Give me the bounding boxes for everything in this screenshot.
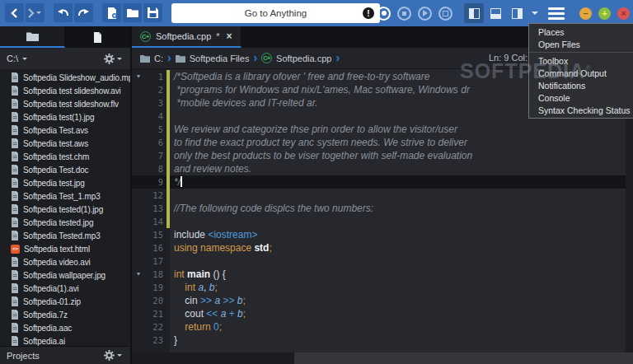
path-caret-icon (22, 58, 27, 60)
document-file-icon (11, 257, 19, 267)
play-macro-button[interactable] (418, 7, 432, 21)
back-button[interactable] (5, 3, 24, 22)
horizontal-scrollbar-thumb[interactable] (132, 352, 294, 364)
code-line-9[interactable]: 9*/ (132, 175, 633, 189)
fold-arrow-icon[interactable]: ▼ (132, 70, 145, 83)
menu-item-open-files[interactable]: Open Files (529, 38, 633, 50)
file-item-softpedia-slideshow-audio-mp3[interactable]: Softpedia Slideshow_audio.mp3 (0, 71, 130, 84)
file-item-softpedia-wallpaper-jpg[interactable]: Softpedia wallpaper.jpg (0, 268, 130, 282)
code-text: //The following code displcs the two num… (170, 202, 373, 215)
line-number: 17 (145, 254, 166, 268)
code-line-22[interactable]: 22 return 0; (132, 320, 633, 334)
breadcrumb-item-softpedia-cpp[interactable]: Softpedia.cpp (276, 54, 331, 63)
file-item-softpedia-test-chm[interactable]: Softpedia test.chm (0, 150, 130, 163)
file-item-softpedia-test-jpg[interactable]: Softpedia test.jpg (0, 176, 130, 189)
code-line-19[interactable]: 19 int a, b; (132, 281, 633, 294)
menu-item-command-output[interactable]: Command Output (529, 67, 633, 79)
go-to-anything-input[interactable]: Go to Anything ! (171, 3, 380, 23)
code-line-17[interactable]: 17 (132, 254, 633, 268)
plus-button[interactable]: + (598, 7, 611, 20)
projects-section-header[interactable]: Projects (0, 346, 130, 364)
gear-icon[interactable] (104, 54, 115, 64)
file-item-softpedia-01-zip[interactable]: Softpedia-01.zip (0, 295, 130, 308)
file-item-softpedia-test-avs[interactable]: Softpedia Test.avs (0, 124, 130, 137)
forward-button[interactable] (26, 3, 45, 22)
line-number: 1 (145, 70, 166, 83)
file-item-softpedia-tested-1-jpg[interactable]: Softpedia tested(1).jpg (0, 203, 130, 216)
stop-macro-button[interactable] (397, 7, 411, 21)
code-line-16[interactable]: 16using namespace std; (132, 241, 633, 254)
code-text: *mobile devices and IT-relted ar. (170, 96, 318, 110)
places-path-header[interactable]: C:\ (0, 48, 130, 69)
code-text: cin >> a >> b; (170, 294, 246, 307)
new-file-button[interactable] (102, 3, 121, 22)
chevron-right-icon: › (335, 52, 340, 63)
fold-arrow-icon[interactable]: ▼ (132, 268, 145, 281)
code-line-18[interactable]: ▼18int main () { (132, 268, 633, 281)
file-item-softpedia-test-slideshow-avi[interactable]: Softpedia test slideshow.avi (0, 84, 130, 97)
code-line-23[interactable]: 23} (132, 334, 633, 347)
save-button[interactable] (143, 3, 162, 22)
file-item-softpedia-ai[interactable]: Softpedia.ai (0, 334, 130, 346)
menu-item-syntax-checking-status[interactable]: Syntax Checking Status (529, 104, 633, 116)
file-item-softpedia-aac[interactable]: Softpedia.aac (0, 321, 130, 334)
file-name: Softpedia test slideshow.avi (23, 86, 121, 96)
file-item-softpedia-test-slideshow-flv[interactable]: Softpedia test slideshow.flv (0, 97, 130, 110)
tab-places[interactable] (0, 26, 65, 48)
toggle-right-panel-button[interactable] (507, 3, 527, 23)
code-line-7[interactable]: 7only the best products to be viser toge… (132, 149, 633, 162)
tab-open-files[interactable] (65, 26, 130, 48)
file-item-softpedia-7z[interactable]: Softpedia.7z (0, 308, 130, 321)
redo-button[interactable] (74, 3, 93, 22)
breadcrumb-item-softpedia-files[interactable]: Softpedia Files (190, 54, 250, 63)
code-line-13[interactable]: 13//The following code displcs the two n… (132, 202, 633, 215)
code-text: We review and categorize thse prin order… (170, 123, 457, 136)
search-info-icon[interactable]: ! (363, 7, 374, 19)
toggle-left-panel-button[interactable] (464, 3, 484, 23)
code-line-20[interactable]: 20 cin >> a >> b; (132, 294, 633, 307)
record-macro-button[interactable] (377, 7, 391, 21)
file-name: Softpedia tested(1).jpg (23, 205, 103, 214)
close-tab-icon[interactable]: × (227, 30, 232, 42)
file-name: Softpedia Tested.mp3 (23, 231, 101, 240)
document-file-icon (11, 323, 19, 333)
menu-item-notifications[interactable]: Notifications (529, 79, 633, 91)
hamburger-menu-button[interactable] (548, 7, 565, 20)
code-line-15[interactable]: 15include <iostream> (132, 228, 633, 241)
code-line-21[interactable]: 21 cout << a + b; (132, 307, 633, 320)
file-item-softpedia-1-avi[interactable]: Softpedia(1).avi (0, 282, 130, 295)
code-line-14[interactable]: 14 (132, 215, 633, 228)
save-macro-button[interactable] (438, 7, 452, 21)
menu-item-places[interactable]: Places (529, 26, 633, 38)
file-item-softpedia-text-html[interactable]: <>Softpedia text.html (0, 242, 130, 255)
open-folder-button[interactable] (123, 3, 142, 22)
code-line-8[interactable]: 8and review notes. (132, 162, 633, 175)
file-item-softpedia-test-1-jpg[interactable]: Softpedia test(1).jpg (0, 110, 130, 124)
file-item-softpedia-test-doc[interactable]: Softpedia Test.doc (0, 163, 130, 176)
file-item-softpedia-video-avi[interactable]: Softpedia video.avi (0, 255, 130, 268)
cpp-language-icon: C+ (140, 31, 151, 42)
document-file-icon (11, 138, 19, 148)
code-line-5[interactable]: 5We review and categorize thse prin orde… (132, 123, 633, 136)
file-name: Softpedia test.chm (23, 152, 89, 161)
file-name: Softpedia text.html (24, 245, 90, 254)
code-text: return 0; (170, 320, 222, 334)
minus-button[interactable]: – (579, 7, 592, 20)
code-line-6[interactable]: 6to find the exact product tey anc syste… (132, 136, 633, 149)
breadcrumb-item-c[interactable]: C: (154, 54, 163, 63)
close-button[interactable]: × (617, 7, 630, 20)
file-item-softpedia-tested-jpg[interactable]: Softpedia tested.jpg (0, 216, 130, 229)
file-item-softpedia-test-aws[interactable]: Softpedia test.aws (0, 137, 130, 150)
gear-icon[interactable] (104, 350, 115, 361)
tab-softpedia-cpp[interactable]: C+ Softpedia.cpp * × (132, 26, 241, 48)
toggle-bottom-panel-button[interactable] (485, 3, 505, 23)
change-margin (166, 110, 170, 123)
menu-item-toolbox[interactable]: Toolbox (529, 54, 633, 67)
panel-caret-icon[interactable] (532, 12, 538, 15)
file-item-softpedia-tested-mp3[interactable]: Softpedia Tested.mp3 (0, 229, 130, 242)
horizontal-scrollbar-track[interactable] (294, 352, 633, 364)
code-line-12[interactable]: 12 (132, 189, 633, 202)
menu-item-console[interactable]: Console (529, 91, 633, 104)
undo-button[interactable] (54, 3, 73, 22)
file-item-softpedia-test-1-mp3[interactable]: Softpedia Test_1.mp3 (0, 189, 130, 203)
